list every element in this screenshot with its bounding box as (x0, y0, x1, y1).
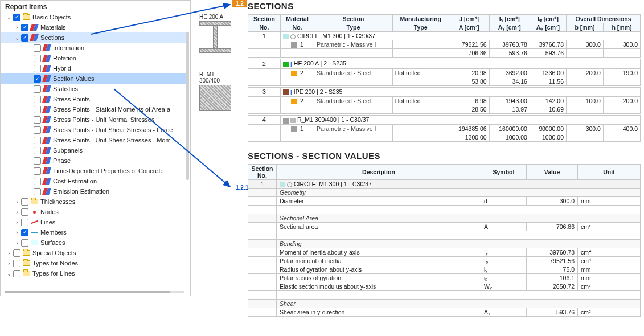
checkbox[interactable] (21, 34, 28, 42)
label: Time-Dependent Properties of Concrete (53, 167, 164, 174)
twisty-icon[interactable]: › (13, 199, 21, 205)
section-row-b[interactable]: 706.86593.76593.76 (248, 49, 641, 58)
node-sp-unit-shear-mom[interactable]: Stress Points - Unit Shear Stresses - Mo… (1, 135, 186, 145)
sv-ay-row[interactable]: Shear area in y-directionAᵧ593.76cm² (248, 308, 641, 317)
checkbox[interactable] (34, 96, 41, 103)
label: Special Objects (32, 249, 76, 256)
section-row-b[interactable]: 53.8034.1611.56 (248, 77, 641, 85)
section-row-a[interactable]: 2Standardized - SteelHot rolled20.983692… (248, 68, 641, 77)
checkbox[interactable] (34, 126, 41, 134)
twisty-icon[interactable]: › (13, 240, 21, 246)
tree-horizontal-scrollbar-track[interactable] (5, 291, 184, 293)
node-information[interactable]: Information (1, 43, 186, 53)
sv-sa-row[interactable]: Sectional areaA706.86cm² (248, 223, 641, 231)
Az: 593.76 (530, 49, 566, 58)
node-sections[interactable]: ⌄ Sections (1, 32, 186, 43)
node-basic-objects[interactable]: ⌄ Basic Objects (1, 12, 186, 22)
section-group-row[interactable]: 2I HE 200 A | 2 - S235 (248, 59, 641, 68)
node-subpanels[interactable]: Subpanels (1, 145, 186, 155)
twisty-icon[interactable]: › (13, 230, 21, 236)
twisty-icon[interactable]: ⌄ (5, 271, 13, 277)
sv-ry-row[interactable]: Radius of gyration about y-axisiᵧ75.0mm (248, 265, 641, 274)
checkbox[interactable] (34, 116, 41, 124)
node-types-nodes[interactable]: ›Types for Nodes (1, 258, 186, 268)
checkbox[interactable] (34, 44, 41, 52)
sv-wy-row[interactable]: Elastic section modulus about y-axisWᵧ26… (248, 282, 641, 291)
main-content: SECTIONS Section Material Section Manufa… (248, 0, 644, 317)
node-lines[interactable]: ›Lines (1, 217, 186, 227)
h: 190.0 (603, 68, 640, 77)
node-materials[interactable]: › Materials (1, 22, 186, 32)
node-surfaces[interactable]: ›Surfaces (1, 237, 186, 248)
checkbox[interactable] (21, 239, 28, 247)
node-rotation[interactable]: Rotation (1, 53, 186, 63)
sv-unit: mm (578, 197, 641, 206)
checkbox[interactable] (34, 75, 41, 83)
section-row-a[interactable]: 1Parametric - Massive I79521.5639760.783… (248, 40, 641, 49)
checkbox[interactable] (34, 65, 41, 72)
node-stress-points[interactable]: Stress Points (1, 94, 186, 104)
manuf: Hot rolled (392, 97, 449, 105)
node-sp-unit-normal[interactable]: Stress Points - Unit Normal Stresses (1, 114, 186, 125)
checkbox[interactable] (21, 208, 28, 216)
checkbox[interactable] (13, 249, 20, 257)
sv-diameter-row[interactable]: Diameterd300.0mm (248, 197, 641, 206)
checkbox[interactable] (34, 85, 41, 93)
node-sp-unit-shear-force[interactable]: Stress Points - Unit Shear Stresses - Fo… (1, 125, 186, 135)
checkbox[interactable] (13, 14, 20, 21)
tree-horizontal-scrollbar-thumb[interactable] (5, 291, 170, 293)
twisty-icon[interactable]: › (13, 24, 21, 31)
sv-iy-row[interactable]: Moment of inertia about y-axisIᵧ39760.78… (248, 248, 641, 257)
twisty-icon[interactable]: › (13, 219, 21, 226)
checkbox[interactable] (21, 198, 28, 206)
node-hybrid[interactable]: Hybrid (1, 63, 186, 73)
sv-group-row[interactable]: 1 CIRCLE_M1 300 | 1 - C30/37 (248, 180, 641, 189)
section-row-a[interactable]: 1Parametric - Massive I194385.06160000.0… (248, 124, 641, 133)
checkbox[interactable] (34, 106, 41, 113)
twisty-icon[interactable]: › (5, 260, 13, 267)
node-emission[interactable]: Emission Estimation (1, 186, 186, 196)
checkbox[interactable] (13, 260, 20, 267)
section-icon (43, 157, 51, 165)
node-types-lines[interactable]: ⌄Types for Lines (1, 268, 186, 278)
section-group-row[interactable]: 4 R_M1 300/400 | 1 - C30/37 (248, 116, 641, 124)
b: 200.0 (566, 68, 603, 77)
node-members[interactable]: ›Members (1, 227, 186, 237)
node-phase[interactable]: Phase (1, 155, 186, 166)
section-values-table: SectionNo. Description Symbol Value Unit… (248, 164, 641, 317)
node-time-dep[interactable]: Time-Dependent Properties of Concrete (1, 166, 186, 176)
checkbox[interactable] (34, 147, 41, 154)
checkbox[interactable] (34, 157, 41, 165)
sv-rp-row[interactable]: Polar radius of gyrationiₚ106.1mm (248, 274, 641, 282)
Az: 10.69 (530, 105, 566, 114)
checkbox[interactable] (34, 55, 41, 62)
section-row-b[interactable]: 28.5013.9710.69 (248, 105, 641, 114)
sv-sa-hdr: Sectional Area (248, 214, 641, 223)
section-row-b[interactable]: 1200.001000.001000.00 (248, 133, 641, 141)
checkbox[interactable] (21, 219, 28, 226)
twisty-icon[interactable]: › (13, 209, 21, 215)
node-statistics[interactable]: Statistics (1, 84, 186, 94)
section-row-a[interactable]: 2Standardized - SteelHot rolled6.981943.… (248, 97, 641, 105)
section-group-row[interactable]: 3I IPE 200 | 2 - S235 (248, 87, 641, 96)
checkbox[interactable] (34, 178, 41, 185)
node-section-values[interactable]: Section Values (1, 73, 186, 84)
checkbox[interactable] (13, 270, 20, 277)
checkbox[interactable] (34, 167, 41, 175)
tree-vertical-scrollbar[interactable] (186, 32, 189, 180)
sv-ip-row[interactable]: Polar moment of inertiaIₚ79521.56cm⁴ (248, 257, 641, 265)
twisty-icon[interactable]: › (5, 250, 13, 256)
node-cost-est[interactable]: Cost Estimation (1, 176, 186, 186)
th-h: h [mm] (603, 23, 640, 32)
node-thicknesses[interactable]: ›Thicknesses (1, 196, 186, 207)
node-sp-statical[interactable]: Stress Points - Statical Moments of Area… (1, 104, 186, 114)
twisty-icon[interactable]: ⌄ (5, 14, 13, 21)
checkbox[interactable] (21, 229, 28, 236)
node-nodes[interactable]: ›Nodes (1, 207, 186, 217)
checkbox[interactable] (21, 24, 28, 31)
checkbox[interactable] (34, 137, 41, 144)
checkbox[interactable] (34, 188, 41, 195)
section-group-row[interactable]: 1 CIRCLE_M1 300 | 1 - C30/37 (248, 32, 641, 40)
node-special-objects[interactable]: ›Special Objects (1, 248, 186, 258)
twisty-icon[interactable]: ⌄ (13, 35, 21, 41)
